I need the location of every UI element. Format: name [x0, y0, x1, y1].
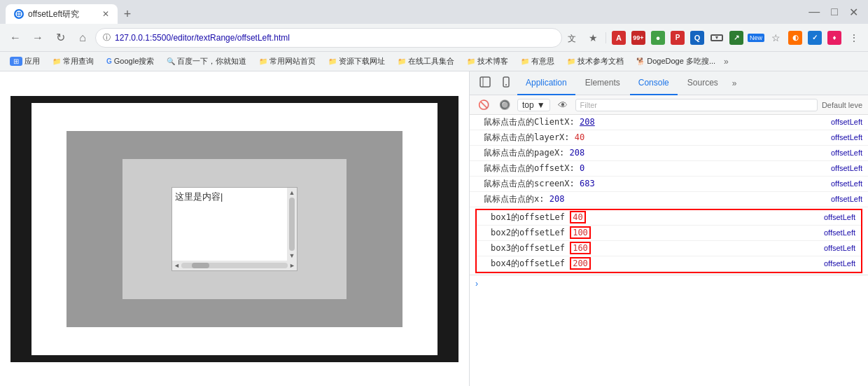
tab-console-label: Console	[638, 78, 669, 88]
baidu-icon: 🔍	[167, 57, 175, 65]
bookmark-doge[interactable]: 🐕 DogeDoge 多吃搜...	[632, 55, 720, 68]
minimize-button[interactable]: —	[804, 4, 824, 20]
svg-text:文: 文	[568, 34, 576, 43]
devtools-more-tabs[interactable]: »	[728, 76, 741, 91]
tab-close-button[interactable]: ✕	[102, 9, 109, 19]
console-line: 鼠标点击点的x: 208 offsetLeft	[470, 192, 868, 207]
bookmark-label-6: 在线工具集合	[408, 56, 454, 67]
box4-content: 这里是内容|	[172, 188, 287, 261]
filter-placeholder: Filter	[580, 101, 597, 109]
source-link[interactable]: offsetLeft	[831, 133, 862, 142]
devtools-mobile-icon[interactable]	[496, 74, 516, 92]
bookmark-tech-blog[interactable]: 📁 技术博客	[463, 55, 512, 68]
bookmark-label-1: 常用查询	[63, 56, 94, 67]
ext8-icon[interactable]: ◐	[787, 29, 804, 46]
bookmark-icon[interactable]: ★	[584, 29, 601, 46]
source-link[interactable]: offsetLeft	[831, 164, 862, 172]
console-line: box3的offsetLef 160 offsetLeft	[477, 241, 861, 256]
eye-icon[interactable]: 👁	[554, 97, 571, 113]
new-tab-button[interactable]: +	[118, 4, 137, 24]
bookmark-label-3: 百度一下，你就知道	[177, 56, 246, 67]
source-link[interactable]: offsetLeft	[824, 259, 855, 268]
bookmark-resources[interactable]: 📁 资源下载网址	[324, 55, 389, 68]
divider	[606, 32, 606, 43]
navigation-toolbar: ← → ↻ ⌂ ⓘ 127.0.0.1:5500/editor/textRang…	[0, 24, 868, 52]
box4[interactable]: 这里是内容| ▲ ▼	[172, 187, 298, 271]
bookmark-apps[interactable]: ⊞ 应用	[6, 55, 44, 68]
bookmark-label-4: 常用网站首页	[270, 56, 316, 67]
content-area: 这里是内容| ▲ ▼	[0, 71, 868, 386]
tab-console[interactable]: Console	[630, 71, 678, 95]
bookmarks-more[interactable]: »	[724, 57, 729, 67]
tab-sources-label: Sources	[687, 78, 718, 88]
bookmark-common-sites[interactable]: 📁 常用网站首页	[255, 55, 320, 68]
tab-application[interactable]: Application	[517, 71, 575, 95]
apps-icon: ⊞	[10, 57, 22, 66]
bookmark-interesting[interactable]: 📁 有意思	[517, 55, 559, 68]
filter-icon[interactable]: 🔘	[496, 98, 513, 111]
tab-elements-label: Elements	[585, 78, 620, 88]
folder-icon-5: 📁	[467, 57, 475, 65]
scroll-left-arrow[interactable]: ◄	[174, 262, 180, 269]
ext10-icon[interactable]: ♦	[826, 29, 843, 46]
ext4-icon[interactable]: P	[669, 29, 686, 46]
ext3-icon[interactable]: ●	[650, 29, 666, 46]
star-icon[interactable]: ☆	[767, 29, 784, 46]
close-button[interactable]: ✕	[845, 4, 862, 20]
ext6-icon[interactable]: ▼	[708, 29, 725, 46]
tab-elements[interactable]: Elements	[577, 71, 629, 95]
box3: 这里是内容| ▲ ▼	[122, 159, 346, 299]
maximize-button[interactable]: □	[827, 4, 842, 20]
scroll-down-arrow[interactable]: ▼	[289, 252, 295, 259]
address-text: 127.0.0.1:5500/editor/textRange/offsetLe…	[115, 33, 554, 43]
devtools-inspect-icon[interactable]	[475, 74, 495, 92]
active-tab[interactable]: offsetLeft研究 ✕	[6, 4, 118, 24]
vertical-scrollbar[interactable]: ▲ ▼	[287, 188, 297, 261]
svg-rect-6	[503, 77, 509, 87]
toolbar-actions: 文 ★ A 99+ ● P Q ▼ ↗	[565, 29, 862, 46]
bookmark-tech-ref[interactable]: 📁 技术参考文档	[563, 55, 628, 68]
scroll-up-arrow[interactable]: ▲	[289, 189, 295, 196]
bookmark-common-query[interactable]: 📁 常用查询	[48, 55, 98, 68]
horizontal-scrollbar[interactable]: ◄ ►	[172, 261, 297, 270]
refresh-icon: ↻	[56, 31, 65, 44]
console-line: 鼠标点击点的offsetX: 0 offsetLeft	[470, 161, 868, 177]
source-link[interactable]: offsetLeft	[831, 118, 862, 126]
menu-icon[interactable]: ⋮	[846, 29, 862, 46]
clear-console-icon[interactable]: 🚫	[475, 98, 492, 111]
source-link[interactable]: offsetLeft	[824, 228, 855, 237]
bookmark-tools[interactable]: 📁 在线工具集合	[393, 55, 458, 68]
home-button[interactable]: ⌂	[73, 28, 92, 48]
source-link[interactable]: offsetLeft	[824, 213, 855, 221]
ext2-icon[interactable]: 99+	[630, 29, 647, 46]
ext1-icon[interactable]: A	[610, 29, 627, 46]
source-link[interactable]: offsetLeft	[831, 179, 862, 188]
back-button[interactable]: ←	[6, 28, 25, 48]
tab-application-label: Application	[526, 78, 567, 88]
ext7-icon[interactable]: ↗	[728, 29, 745, 46]
forward-button[interactable]: →	[28, 28, 48, 48]
filter-input[interactable]: Filter	[575, 99, 818, 111]
default-level-label: Default leve	[822, 101, 862, 109]
source-link[interactable]: offsetLeft	[831, 195, 862, 203]
back-icon: ←	[10, 32, 21, 44]
console-prompt: ›	[470, 275, 868, 292]
scroll-right-arrow[interactable]: ►	[289, 262, 295, 269]
console-line: box4的offsetLef 200 offsetLeft	[477, 256, 861, 272]
context-selector[interactable]: top ▼	[517, 99, 550, 111]
source-link[interactable]: offsetLeft	[824, 244, 855, 252]
ext-new-badge[interactable]: New	[748, 29, 764, 46]
tab-sources[interactable]: Sources	[679, 71, 727, 95]
devtools-panel: Application Elements Console Sources » 🚫	[469, 71, 868, 386]
console-text: 鼠标点击点的layerX: 40	[484, 132, 828, 144]
folder-icon-6: 📁	[521, 57, 529, 65]
address-bar[interactable]: ⓘ 127.0.0.1:5500/editor/textRange/offset…	[95, 28, 562, 48]
console-input[interactable]	[481, 278, 862, 289]
ext5-icon[interactable]: Q	[689, 29, 706, 46]
bookmark-baidu[interactable]: 🔍 百度一下，你就知道	[162, 55, 251, 68]
bookmark-google[interactable]: G Google搜索	[102, 55, 158, 68]
refresh-button[interactable]: ↻	[50, 28, 70, 48]
translate-icon[interactable]: 文	[565, 29, 582, 46]
source-link[interactable]: offsetLeft	[831, 149, 862, 157]
ext9-icon[interactable]: ✓	[806, 29, 823, 46]
